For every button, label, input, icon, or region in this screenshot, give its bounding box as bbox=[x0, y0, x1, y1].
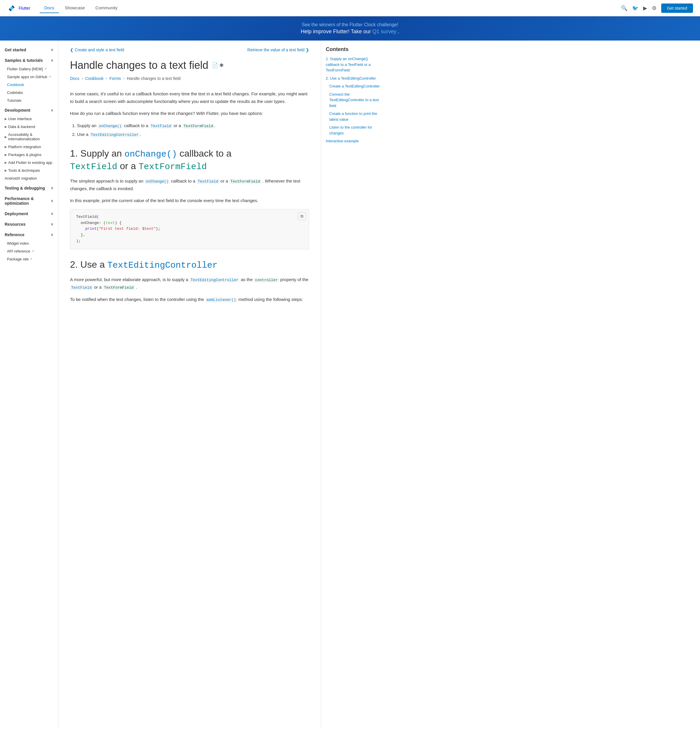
sidebar-section-header-resources[interactable]: Resources ∨ bbox=[0, 219, 58, 229]
header-actions: 🔍 🐦 ▶ ⚙ Get started bbox=[621, 3, 693, 13]
sidebar-section-testing: Testing & debugging ∨ bbox=[0, 183, 58, 193]
nav-showcase[interactable]: Showcase bbox=[60, 3, 90, 13]
edit-icon[interactable]: 📄 bbox=[212, 62, 218, 68]
right-sidebar: Contents 1. Supply an onChange() callbac… bbox=[321, 41, 385, 729]
sidebar-section-header-development[interactable]: Development ∧ bbox=[0, 106, 58, 115]
banner: See the winners of the Flutter Clock cha… bbox=[0, 16, 700, 41]
chevron-down-icon: ∨ bbox=[51, 222, 54, 226]
breadcrumb-docs[interactable]: Docs bbox=[70, 76, 79, 81]
sidebar-item-flutter-gallery[interactable]: Flutter Gallery [NEW] ↗ bbox=[0, 65, 58, 73]
code-line-1: TextField( bbox=[76, 214, 303, 220]
code-line-5: ); bbox=[76, 238, 303, 244]
contents-item-6[interactable]: Listen to the controller for changes bbox=[326, 125, 380, 136]
sidebar-item-androidx[interactable]: AndroidX migration bbox=[0, 174, 58, 182]
sidebar-item-tools-techniques[interactable]: ▶ Tools & techniques bbox=[0, 167, 58, 174]
sidebar-item-widget-index[interactable]: Widget index bbox=[0, 240, 58, 247]
flutter-logo-icon bbox=[7, 3, 16, 13]
chevron-down-icon: ∨ bbox=[51, 48, 54, 52]
textediting-heading-code: TextEditingController bbox=[107, 260, 218, 270]
sidebar: Get started ∨ Samples & tutorials ∧ Flut… bbox=[0, 41, 58, 729]
sidebar-item-cookbook[interactable]: Cookbook bbox=[0, 81, 58, 89]
textformfield-code: TextFormField bbox=[182, 123, 214, 129]
nav-community[interactable]: Community bbox=[91, 3, 122, 13]
copy-button[interactable]: ⧉ bbox=[298, 212, 306, 220]
sidebar-item-sample-apps[interactable]: Sample apps on GitHub ↗ bbox=[0, 73, 58, 81]
expand-icon: ▶ bbox=[5, 169, 7, 172]
sidebar-section-header-performance[interactable]: Performance & optimization ∨ bbox=[0, 194, 58, 208]
breadcrumb-cookbook[interactable]: Cookbook bbox=[85, 76, 103, 81]
breadcrumb-sep: › bbox=[82, 76, 83, 80]
contents-item-interactive[interactable]: Interactive example bbox=[326, 138, 380, 144]
textfield-heading-code: TextField bbox=[70, 162, 117, 172]
sidebar-item-api-reference[interactable]: API reference ↗ bbox=[0, 247, 58, 255]
sidebar-section-development: Development ∧ ▶ User interface ▶ Data & … bbox=[0, 106, 58, 182]
sidebar-item-platform-integration[interactable]: ▶ Platform integration bbox=[0, 143, 58, 151]
option-1: Supply an onChange() callback to a TextF… bbox=[77, 122, 309, 129]
textformfield-heading-code: TextFormField bbox=[138, 162, 207, 172]
sidebar-section-header-get-started[interactable]: Get started ∨ bbox=[0, 45, 58, 55]
sidebar-item-codelabs[interactable]: Codelabs bbox=[0, 89, 58, 97]
youtube-icon[interactable]: ▶ bbox=[643, 5, 647, 12]
textfield-code: TextField bbox=[150, 123, 172, 129]
search-icon[interactable]: 🔍 bbox=[621, 5, 627, 12]
onchanged-code: onChange() bbox=[98, 123, 123, 129]
contents-item-2[interactable]: 2. Use a TextEditingController bbox=[326, 76, 380, 81]
breadcrumb-forms[interactable]: Forms bbox=[109, 76, 121, 81]
external-link-icon: ↗ bbox=[44, 67, 46, 71]
section-1-heading: 1. Supply an onChange() callback to a Te… bbox=[70, 148, 309, 173]
sidebar-section-samples: Samples & tutorials ∧ Flutter Gallery [N… bbox=[0, 56, 58, 105]
textfield-inline2: TextField bbox=[70, 285, 93, 290]
sidebar-item-user-interface[interactable]: ▶ User interface bbox=[0, 115, 58, 123]
section-2-heading: 2. Use a TextEditingController bbox=[70, 258, 309, 271]
contents-item-5[interactable]: Create a function to print the latest va… bbox=[326, 111, 380, 122]
textformfield-inline: TextFormField bbox=[229, 179, 261, 184]
nav-docs[interactable]: Docs bbox=[40, 3, 59, 13]
contents-item-1[interactable]: 1. Supply an onChange() callback to a Te… bbox=[326, 56, 380, 73]
twitter-icon[interactable]: 🐦 bbox=[632, 5, 639, 12]
chevron-up-icon: ∧ bbox=[51, 58, 54, 62]
contents-item-3[interactable]: Create a TextEditingController bbox=[326, 83, 380, 89]
expand-icon: ▶ bbox=[5, 153, 7, 156]
banner-line2: Help improve Flutter! Take our Q1 survey… bbox=[6, 29, 694, 35]
page-title: Handle changes to a text field 📄 ✱ bbox=[70, 59, 309, 71]
code-line-4: }, bbox=[76, 232, 303, 238]
sidebar-item-data-backend[interactable]: ▶ Data & backend bbox=[0, 123, 58, 131]
sidebar-section-header-testing[interactable]: Testing & debugging ∨ bbox=[0, 183, 58, 193]
code-block: ⧉ TextField( onChange: (text) { print("F… bbox=[70, 209, 309, 249]
expand-icon: ▶ bbox=[5, 161, 7, 164]
expand-icon: ▶ bbox=[5, 125, 7, 128]
sidebar-item-packages-plugins[interactable]: ▶ Packages & plugins bbox=[0, 151, 58, 158]
next-page-link[interactable]: Retrieve the value of a text field ❯ bbox=[247, 48, 309, 52]
logo[interactable]: Flutter bbox=[7, 3, 30, 13]
sidebar-section-performance: Performance & optimization ∨ bbox=[0, 194, 58, 208]
sidebar-section-header-deployment[interactable]: Deployment ∨ bbox=[0, 209, 58, 218]
contents-item-4[interactable]: Connect the TextEditingController to a t… bbox=[326, 91, 380, 109]
intro-text: In some cases, it's useful to run a call… bbox=[70, 90, 309, 105]
section1-body1: The simplest approach is to supply an on… bbox=[70, 177, 309, 192]
github-icon[interactable]: ⚙ bbox=[652, 5, 656, 12]
banner-survey-link[interactable]: Q1 survey bbox=[372, 29, 396, 35]
onchanged-inline: onChange() bbox=[145, 179, 170, 184]
sidebar-section-header-reference[interactable]: Reference ∧ bbox=[0, 230, 58, 240]
prev-page-link[interactable]: ❮ Create and style a text field bbox=[70, 48, 124, 52]
breadcrumb-current: Handle changes to a text field bbox=[127, 76, 180, 81]
header-nav: Docs Showcase Community bbox=[40, 3, 621, 13]
sidebar-section-reference: Reference ∧ Widget index API reference ↗… bbox=[0, 230, 58, 263]
question-text: How do you run a callback function every… bbox=[70, 110, 309, 117]
breadcrumb: Docs › Cookbook › Forms › Handle changes… bbox=[70, 76, 309, 81]
sidebar-item-accessibility[interactable]: ▶ Accessibility & internationalization bbox=[0, 131, 58, 143]
bug-icon[interactable]: ✱ bbox=[219, 62, 224, 68]
sidebar-item-package-site[interactable]: Package site ↗ bbox=[0, 255, 58, 263]
chevron-up-icon: ∧ bbox=[51, 108, 54, 112]
chevron-down-icon: ∨ bbox=[51, 199, 54, 203]
sidebar-item-add-flutter[interactable]: ▶ Add Flutter to existing app bbox=[0, 158, 58, 167]
banner-line2-prefix: Help improve Flutter! Take our bbox=[301, 29, 372, 35]
sidebar-section-header-samples[interactable]: Samples & tutorials ∧ bbox=[0, 56, 58, 65]
page-nav: ❮ Create and style a text field Retrieve… bbox=[70, 48, 309, 52]
get-started-button[interactable]: Get started bbox=[661, 3, 693, 13]
breadcrumb-sep: › bbox=[106, 76, 107, 80]
contents-title: Contents bbox=[326, 46, 380, 52]
sidebar-item-tutorials[interactable]: Tutorials bbox=[0, 97, 58, 105]
banner-line1: See the winners of the Flutter Clock cha… bbox=[6, 22, 694, 28]
textfield-inline: TextField bbox=[197, 179, 219, 184]
